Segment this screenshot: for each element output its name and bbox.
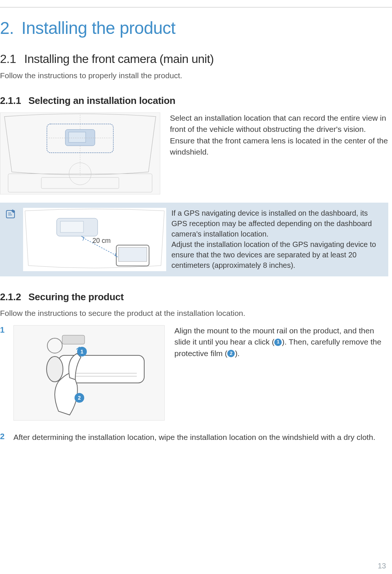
- chapter-heading: 2.Installing the product: [0, 18, 388, 38]
- mount-illustration: 1 2: [13, 325, 165, 421]
- step-1-number: 1: [0, 325, 10, 421]
- section-number: 2.1: [0, 52, 16, 66]
- distance-label: 20 cm: [92, 237, 111, 245]
- subsection-212-title: Securing the product: [28, 291, 123, 302]
- gps-note-line1: If a GPS navigating device is installed …: [171, 209, 372, 238]
- page-number: 13: [378, 562, 386, 570]
- subsection-212-heading: 2.1.2Securing the product: [0, 291, 388, 303]
- gps-note-box: 20 cm If a GPS navigating device is inst…: [0, 203, 388, 276]
- step-2-number: 2: [0, 432, 10, 443]
- subsection-212-number: 2.1.2: [0, 291, 21, 302]
- svg-rect-5: [8, 174, 152, 193]
- svg-rect-15: [62, 335, 85, 344]
- windshield-illustration: [0, 112, 160, 194]
- svg-rect-3: [69, 132, 86, 143]
- page-top-rule: [0, 0, 392, 7]
- svg-rect-16: [47, 338, 62, 353]
- callout-2-icon: 2: [227, 350, 235, 357]
- gps-note-line2: Adjust the installation location of the …: [171, 240, 376, 269]
- step-1-text: Align the mount to the mount rail on the…: [168, 325, 388, 421]
- svg-rect-6: [41, 177, 119, 188]
- subsection-211-heading: 2.1.1Selecting an installation location: [0, 95, 388, 107]
- subsection-212-intro: Follow the instructions to secure the pr…: [0, 309, 388, 318]
- section-intro: Follow the instructions to properly inst…: [0, 71, 388, 80]
- svg-rect-14: [118, 247, 147, 261]
- subsection-211-number: 2.1.1: [0, 95, 21, 106]
- section-heading: 2.1Installing the front camera (main uni…: [0, 52, 388, 66]
- callout-1-icon: 1: [274, 339, 282, 346]
- step-2-text: After determining the installation locat…: [13, 432, 388, 443]
- gps-distance-illustration: 20 cm: [23, 208, 166, 271]
- svg-point-18: [47, 356, 63, 382]
- subsection-211-title: Selecting an installation location: [28, 95, 175, 106]
- note-icon: [5, 208, 18, 271]
- section-title: Installing the front camera (main unit): [24, 52, 214, 66]
- step-1-text-c: ).: [235, 349, 240, 358]
- subsection-211-description: Select an installation location that can…: [170, 112, 388, 194]
- svg-text:2: 2: [78, 395, 81, 401]
- chapter-number: 2.: [0, 18, 14, 38]
- gps-note-text: If a GPS navigating device is installed …: [171, 208, 382, 271]
- svg-rect-12: [60, 221, 83, 232]
- chapter-title: Installing the product: [21, 18, 176, 38]
